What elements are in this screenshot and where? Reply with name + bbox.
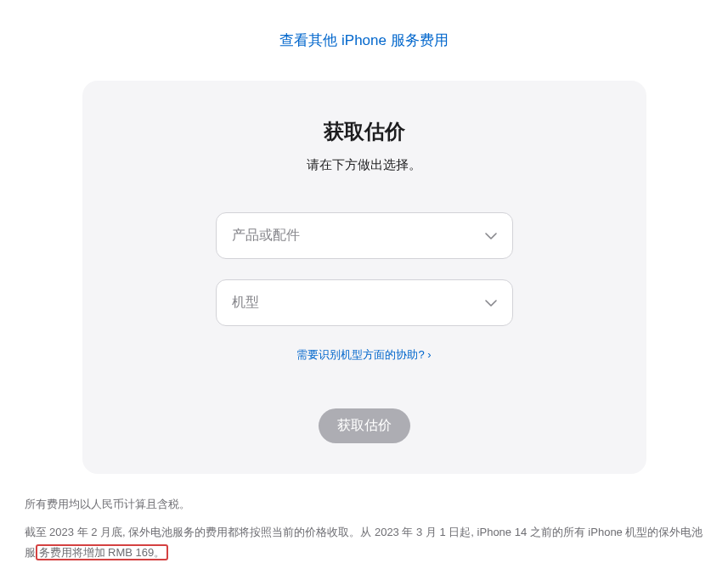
card-subtitle: 请在下方做出选择。 [116, 157, 612, 173]
footnote-2: 截至 2023 年 2 月底, 保外电池服务的费用都将按照当前的价格收取。从 2… [25, 522, 704, 562]
other-services-link[interactable]: 查看其他 iPhone 服务费用 [279, 32, 448, 48]
identify-model-help-link[interactable]: 需要识别机型方面的协助? [296, 348, 431, 361]
card-title: 获取估价 [116, 118, 612, 145]
chevron-down-icon [485, 300, 497, 307]
price-increase-highlight: 务费用将增加 RMB 169。 [36, 544, 169, 560]
footnote-1: 所有费用均以人民币计算且含税。 [25, 494, 704, 514]
chevron-down-icon [485, 233, 497, 239]
model-select-placeholder: 机型 [232, 294, 259, 312]
footnotes: 所有费用均以人民币计算且含税。 截至 2023 年 2 月底, 保外电池服务的费… [16, 494, 713, 562]
help-link-container: 需要识别机型方面的协助? [116, 346, 612, 363]
get-estimate-button[interactable]: 获取估价 [319, 408, 410, 443]
estimate-card: 获取估价 请在下方做出选择。 产品或配件 机型 需要识别机型方面的协助? 获取估… [82, 81, 646, 474]
product-select-placeholder: 产品或配件 [232, 227, 300, 245]
top-link-container: 查看其他 iPhone 服务费用 [0, 31, 728, 50]
model-select[interactable]: 机型 [216, 279, 513, 326]
product-select[interactable]: 产品或配件 [216, 212, 513, 259]
